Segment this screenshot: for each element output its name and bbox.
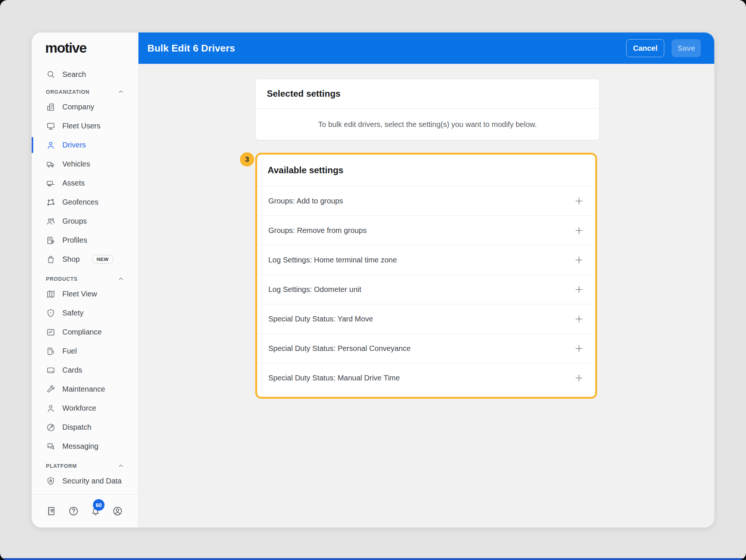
sidebar-item-label: Security and Data [62, 477, 122, 485]
groups-icon [46, 217, 56, 226]
available-settings-title: Available settings [257, 155, 595, 186]
add-setting-plus-icon[interactable] [574, 373, 584, 383]
setting-label: Special Duty Status: Manual Drive Time [268, 374, 400, 382]
sidebar-footer: 60 [32, 494, 138, 528]
vehicles-icon [46, 159, 56, 169]
page-header: Bulk Edit 6 Drivers Cancel Save [138, 32, 714, 64]
fleet-view-icon [46, 289, 56, 299]
sidebar-item-vehicles[interactable]: Vehicles [32, 155, 138, 174]
sidebar-item-drivers[interactable]: Drivers [32, 136, 138, 155]
dispatch-icon [46, 423, 56, 432]
sidebar-item-workforce[interactable]: Workforce [32, 399, 138, 418]
content-area: Selected settings To bulk edit drivers, … [138, 64, 714, 528]
geofences-icon [46, 197, 56, 207]
setting-row[interactable]: Log Settings: Odometer unit [257, 275, 595, 304]
chevron-up-icon [117, 462, 125, 470]
search-icon [46, 69, 56, 79]
setting-row[interactable]: Special Duty Status: Manual Drive Time [257, 363, 595, 392]
selected-settings-title: Selected settings [256, 79, 599, 109]
chevron-up-icon [117, 275, 125, 283]
sidebar-item-groups[interactable]: Groups [32, 212, 138, 231]
sidebar-item-compliance[interactable]: Compliance [32, 323, 138, 342]
new-badge: NEW [92, 255, 113, 264]
sidebar-item-fuel[interactable]: Fuel [32, 342, 138, 361]
save-button[interactable]: Save [672, 39, 701, 57]
screen: motive Search ORGANIZATIONCompanyFleet U… [0, 0, 746, 560]
add-setting-plus-icon[interactable] [574, 314, 584, 324]
page-title: Bulk Edit 6 Drivers [147, 43, 235, 54]
sidebar-item-label: Shop [62, 255, 80, 264]
sidebar-item-label: Profiles [62, 236, 87, 245]
guide-icon[interactable] [46, 505, 57, 517]
setting-row[interactable]: Special Duty Status: Personal Conveyance [257, 334, 595, 363]
section-header-products[interactable]: PRODUCTS [32, 273, 138, 284]
header-actions: Cancel Save [626, 39, 701, 57]
sidebar-item-assets[interactable]: Assets [32, 174, 138, 193]
fleet-users-icon [46, 121, 56, 131]
selected-settings-card: Selected settings To bulk edit drivers, … [255, 79, 600, 140]
sidebar-item-safety[interactable]: Safety [32, 304, 138, 323]
cancel-button[interactable]: Cancel [626, 39, 664, 57]
app-window: motive Search ORGANIZATIONCompanyFleet U… [32, 32, 714, 528]
setting-row[interactable]: Groups: Remove from groups [257, 216, 595, 245]
sidebar-item-label: Compliance [62, 328, 102, 336]
setting-label: Special Duty Status: Personal Conveyance [268, 344, 411, 353]
available-settings-card: 3 Available settings Groups: Add to grou… [255, 153, 597, 399]
setting-row[interactable]: Log Settings: Home terminal time zone [257, 245, 595, 275]
section-label: PRODUCTS [46, 276, 78, 282]
drivers-icon [46, 140, 56, 150]
messaging-icon [46, 442, 56, 451]
main-area: Bulk Edit 6 Drivers Cancel Save Selected… [138, 32, 714, 528]
sidebar-item-cards[interactable]: Cards [32, 361, 138, 380]
sidebar-item-security-and-data[interactable]: Security and Data [32, 472, 138, 491]
motive-logo: motive [45, 41, 138, 56]
sidebar-item-maintenance[interactable]: Maintenance [32, 380, 138, 399]
step-count-badge: 3 [240, 152, 254, 167]
add-setting-plus-icon[interactable] [574, 225, 584, 236]
compliance-icon [46, 327, 56, 337]
sidebar-item-geofences[interactable]: Geofences [32, 193, 138, 212]
bottom-accent-strip [0, 558, 746, 560]
setting-row[interactable]: Special Duty Status: Yard Move [257, 304, 595, 334]
security-icon [46, 476, 56, 486]
setting-label: Groups: Add to groups [268, 197, 343, 205]
sidebar-item-label: Vehicles [62, 160, 90, 168]
add-setting-plus-icon[interactable] [574, 255, 584, 265]
maintenance-icon [46, 385, 56, 394]
chevron-up-icon [117, 88, 125, 96]
sidebar: motive Search ORGANIZATIONCompanyFleet U… [32, 32, 138, 528]
section-header-organization[interactable]: ORGANIZATION [32, 86, 138, 97]
sidebar-item-shop[interactable]: ShopNEW [32, 250, 138, 269]
sidebar-item-dispatch[interactable]: Dispatch [32, 418, 138, 437]
add-setting-plus-icon[interactable] [574, 196, 584, 206]
account-icon[interactable] [112, 505, 123, 517]
safety-icon [46, 308, 56, 318]
add-setting-plus-icon[interactable] [574, 284, 584, 295]
sidebar-item-label: Assets [62, 179, 85, 187]
setting-label: Special Duty Status: Yard Move [268, 315, 373, 323]
setting-label: Log Settings: Odometer unit [268, 285, 361, 294]
help-icon[interactable] [68, 505, 79, 517]
sidebar-item-company[interactable]: Company [32, 97, 138, 116]
sidebar-item-fleet-users[interactable]: Fleet Users [32, 116, 138, 136]
notifications-bell-icon[interactable]: 60 [90, 505, 101, 517]
available-settings-list: Groups: Add to groupsGroups: Remove from… [257, 186, 595, 397]
sidebar-item-label: Fuel [62, 347, 77, 355]
sidebar-item-profiles[interactable]: Profiles [32, 231, 138, 250]
assets-icon [46, 178, 56, 188]
setting-row[interactable]: Groups: Add to groups [257, 186, 595, 216]
sidebar-item-label: Fleet Users [62, 122, 100, 130]
sidebar-item-messaging[interactable]: Messaging [32, 437, 138, 456]
search-label: Search [62, 70, 86, 79]
sidebar-item-fleet-view[interactable]: Fleet View [32, 284, 138, 304]
add-setting-plus-icon[interactable] [574, 343, 584, 354]
section-header-platform[interactable]: PLATFORM [32, 460, 138, 472]
setting-label: Groups: Remove from groups [268, 226, 366, 235]
shop-icon [46, 255, 56, 264]
search-button[interactable]: Search [32, 67, 138, 82]
fuel-icon [46, 346, 56, 356]
notification-count-badge: 60 [93, 499, 104, 511]
sidebar-item-label: Groups [62, 217, 87, 225]
active-indicator [32, 137, 33, 153]
sidebar-item-label: Safety [62, 309, 84, 317]
